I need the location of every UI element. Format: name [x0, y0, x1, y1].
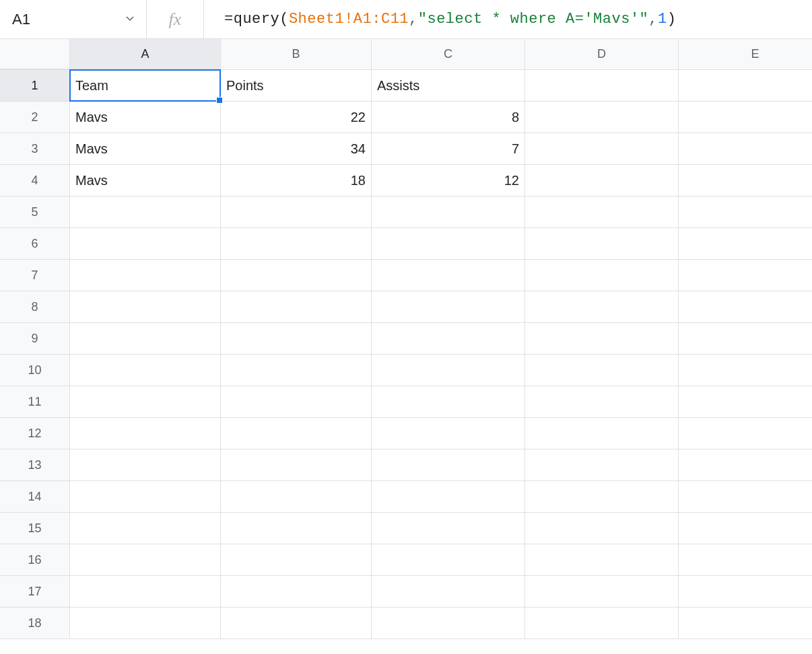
name-box[interactable]: A1: [0, 0, 147, 38]
cell-e6[interactable]: [679, 228, 812, 260]
cell-c13[interactable]: [372, 449, 525, 481]
column-header-b[interactable]: B: [221, 39, 372, 69]
cell-e12[interactable]: [679, 418, 812, 449]
cell-d3[interactable]: [525, 133, 679, 165]
cell-e2[interactable]: [679, 102, 812, 133]
cell-b11[interactable]: [221, 386, 372, 418]
cell-b9[interactable]: [221, 323, 372, 355]
cell-d7[interactable]: [525, 260, 679, 291]
row-header-15[interactable]: 15: [0, 513, 70, 544]
cell-e7[interactable]: [679, 260, 812, 291]
cell-e16[interactable]: [679, 544, 812, 576]
cell-a9[interactable]: [70, 323, 221, 355]
row-header-17[interactable]: 17: [0, 576, 70, 608]
cell-c6[interactable]: [372, 228, 525, 260]
cell-c16[interactable]: [372, 544, 525, 576]
row-header-4[interactable]: 4: [0, 165, 70, 196]
cell-c7[interactable]: [372, 260, 525, 291]
cell-d18[interactable]: [525, 608, 679, 639]
cell-e17[interactable]: [679, 576, 812, 608]
cell-d2[interactable]: [525, 102, 679, 133]
cell-c15[interactable]: [372, 513, 525, 544]
cell-b2[interactable]: 22: [221, 102, 372, 133]
cell-a14[interactable]: [70, 481, 221, 513]
cell-a13[interactable]: [70, 449, 221, 481]
row-header-8[interactable]: 8: [0, 291, 70, 323]
cell-b7[interactable]: [221, 260, 372, 291]
cell-e8[interactable]: [679, 291, 812, 323]
row-header-14[interactable]: 14: [0, 481, 70, 513]
cell-b17[interactable]: [221, 576, 372, 608]
cell-c12[interactable]: [372, 418, 525, 449]
cell-a2[interactable]: Mavs: [70, 102, 221, 133]
cell-c14[interactable]: [372, 481, 525, 513]
cell-d5[interactable]: [525, 196, 679, 228]
cell-e14[interactable]: [679, 481, 812, 513]
cell-b6[interactable]: [221, 228, 372, 260]
row-header-6[interactable]: 6: [0, 228, 70, 260]
cell-e4[interactable]: [679, 165, 812, 196]
cell-a11[interactable]: [70, 386, 221, 418]
row-header-2[interactable]: 2: [0, 102, 70, 133]
cell-d16[interactable]: [525, 544, 679, 576]
cell-a3[interactable]: Mavs: [70, 133, 221, 165]
cell-e15[interactable]: [679, 513, 812, 544]
cell-a4[interactable]: Mavs: [70, 165, 221, 196]
cell-e9[interactable]: [679, 323, 812, 355]
row-header-7[interactable]: 7: [0, 260, 70, 291]
column-header-c[interactable]: C: [372, 39, 525, 69]
cell-a12[interactable]: [70, 418, 221, 449]
cell-b3[interactable]: 34: [221, 133, 372, 165]
cell-b4[interactable]: 18: [221, 165, 372, 196]
cell-d12[interactable]: [525, 418, 679, 449]
cell-b10[interactable]: [221, 355, 372, 386]
row-header-13[interactable]: 13: [0, 449, 70, 481]
row-header-12[interactable]: 12: [0, 418, 70, 449]
cell-c8[interactable]: [372, 291, 525, 323]
cell-e5[interactable]: [679, 196, 812, 228]
row-header-3[interactable]: 3: [0, 133, 70, 165]
cell-b5[interactable]: [221, 196, 372, 228]
cell-a17[interactable]: [70, 576, 221, 608]
cell-b12[interactable]: [221, 418, 372, 449]
row-header-11[interactable]: 11: [0, 386, 70, 418]
cell-b14[interactable]: [221, 481, 372, 513]
cell-d11[interactable]: [525, 386, 679, 418]
column-header-e[interactable]: E: [679, 39, 812, 69]
cell-c3[interactable]: 7: [372, 133, 525, 165]
cell-d10[interactable]: [525, 355, 679, 386]
cell-b1[interactable]: Points: [221, 70, 372, 102]
cell-d4[interactable]: [525, 165, 679, 196]
cell-a15[interactable]: [70, 513, 221, 544]
formula-input[interactable]: =query(Sheet1!A1:C11, "select * where A=…: [204, 0, 812, 38]
cell-d8[interactable]: [525, 291, 679, 323]
select-all-corner[interactable]: [0, 39, 70, 69]
cell-c17[interactable]: [372, 576, 525, 608]
row-header-18[interactable]: 18: [0, 608, 70, 639]
cell-c9[interactable]: [372, 323, 525, 355]
cell-a7[interactable]: [70, 260, 221, 291]
cell-a18[interactable]: [70, 608, 221, 639]
row-header-9[interactable]: 9: [0, 323, 70, 355]
cell-c5[interactable]: [372, 196, 525, 228]
row-header-1[interactable]: 1: [0, 70, 70, 102]
cell-a16[interactable]: [70, 544, 221, 576]
cell-d9[interactable]: [525, 323, 679, 355]
cell-d15[interactable]: [525, 513, 679, 544]
cell-e18[interactable]: [679, 608, 812, 639]
cell-c10[interactable]: [372, 355, 525, 386]
cell-a6[interactable]: [70, 228, 221, 260]
column-header-d[interactable]: D: [525, 39, 679, 69]
cell-c2[interactable]: 8: [372, 102, 525, 133]
cell-b13[interactable]: [221, 449, 372, 481]
row-header-10[interactable]: 10: [0, 355, 70, 386]
cell-d17[interactable]: [525, 576, 679, 608]
cell-c1[interactable]: Assists: [372, 70, 525, 102]
cell-e11[interactable]: [679, 386, 812, 418]
cell-a8[interactable]: [70, 291, 221, 323]
column-header-a[interactable]: A: [70, 39, 221, 69]
cell-b16[interactable]: [221, 544, 372, 576]
cell-d14[interactable]: [525, 481, 679, 513]
cell-c11[interactable]: [372, 386, 525, 418]
cell-a10[interactable]: [70, 355, 221, 386]
